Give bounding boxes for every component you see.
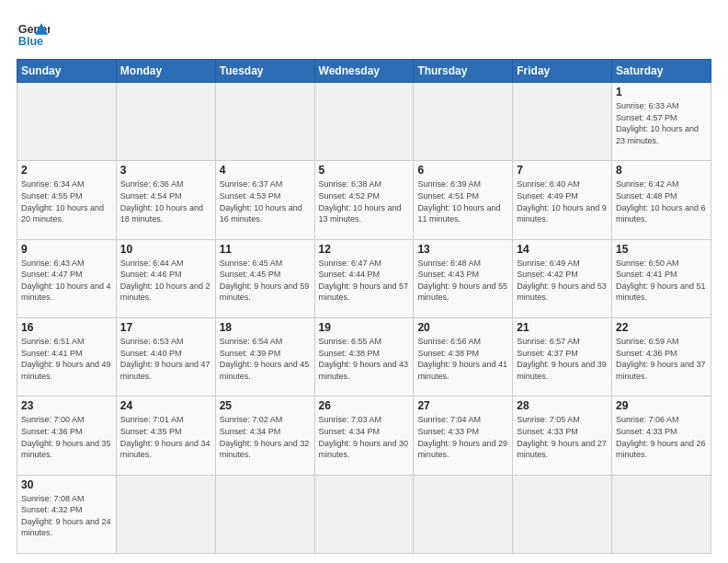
weekday-header-wednesday: Wednesday bbox=[314, 60, 414, 83]
day-number: 8 bbox=[616, 164, 707, 177]
calendar-cell: 22Sunrise: 6:59 AMSunset: 4:36 PMDayligh… bbox=[612, 317, 711, 396]
day-info: Sunrise: 6:48 AMSunset: 4:43 PMDaylight:… bbox=[417, 258, 508, 304]
calendar-cell bbox=[215, 83, 314, 161]
day-info: Sunrise: 6:51 AMSunset: 4:41 PMDaylight:… bbox=[21, 336, 112, 382]
day-number: 6 bbox=[417, 164, 508, 177]
calendar-cell: 15Sunrise: 6:50 AMSunset: 4:41 PMDayligh… bbox=[612, 239, 711, 317]
day-number: 29 bbox=[616, 399, 707, 412]
day-info: Sunrise: 6:39 AMSunset: 4:51 PMDaylight:… bbox=[417, 178, 508, 224]
day-number: 10 bbox=[120, 243, 211, 256]
week-row-6: 30Sunrise: 7:08 AMSunset: 4:32 PMDayligh… bbox=[17, 475, 711, 553]
day-number: 12 bbox=[319, 243, 410, 256]
week-row-1: 1Sunrise: 6:33 AMSunset: 4:57 PMDaylight… bbox=[17, 83, 711, 161]
calendar-cell: 10Sunrise: 6:44 AMSunset: 4:46 PMDayligh… bbox=[116, 239, 215, 317]
calendar-cell: 17Sunrise: 6:53 AMSunset: 4:40 PMDayligh… bbox=[116, 317, 215, 396]
calendar-cell: 28Sunrise: 7:05 AMSunset: 4:33 PMDayligh… bbox=[513, 396, 612, 475]
week-row-5: 23Sunrise: 7:00 AMSunset: 4:36 PMDayligh… bbox=[17, 396, 711, 475]
calendar-cell bbox=[314, 83, 414, 161]
day-number: 11 bbox=[220, 243, 311, 256]
day-number: 30 bbox=[21, 478, 112, 491]
calendar-cell: 18Sunrise: 6:54 AMSunset: 4:39 PMDayligh… bbox=[215, 317, 314, 396]
day-number: 1 bbox=[616, 86, 707, 98]
calendar-cell bbox=[314, 475, 414, 553]
calendar-cell: 13Sunrise: 6:48 AMSunset: 4:43 PMDayligh… bbox=[414, 239, 513, 317]
calendar-table: SundayMondayTuesdayWednesdayThursdayFrid… bbox=[17, 59, 711, 554]
day-info: Sunrise: 7:00 AMSunset: 4:36 PMDaylight:… bbox=[21, 414, 112, 460]
day-number: 13 bbox=[417, 243, 508, 256]
day-info: Sunrise: 6:37 AMSunset: 4:53 PMDaylight:… bbox=[220, 178, 311, 224]
day-number: 19 bbox=[319, 321, 410, 334]
calendar-cell: 3Sunrise: 6:36 AMSunset: 4:54 PMDaylight… bbox=[116, 161, 215, 239]
calendar-cell: 24Sunrise: 7:01 AMSunset: 4:35 PMDayligh… bbox=[116, 396, 215, 475]
day-number: 25 bbox=[220, 399, 311, 412]
day-number: 7 bbox=[517, 164, 608, 177]
day-info: Sunrise: 6:56 AMSunset: 4:38 PMDaylight:… bbox=[417, 336, 508, 382]
day-info: Sunrise: 6:34 AMSunset: 4:55 PMDaylight:… bbox=[21, 178, 112, 224]
day-info: Sunrise: 6:54 AMSunset: 4:39 PMDaylight:… bbox=[220, 336, 311, 382]
day-info: Sunrise: 6:53 AMSunset: 4:40 PMDaylight:… bbox=[120, 336, 211, 382]
day-info: Sunrise: 6:45 AMSunset: 4:45 PMDaylight:… bbox=[220, 258, 311, 304]
day-info: Sunrise: 7:08 AMSunset: 4:32 PMDaylight:… bbox=[21, 493, 112, 539]
calendar-cell: 8Sunrise: 6:42 AMSunset: 4:48 PMDaylight… bbox=[612, 161, 711, 239]
week-row-2: 2Sunrise: 6:34 AMSunset: 4:55 PMDaylight… bbox=[17, 161, 711, 239]
weekday-header-saturday: Saturday bbox=[612, 60, 711, 83]
day-info: Sunrise: 6:59 AMSunset: 4:36 PMDaylight:… bbox=[616, 336, 707, 382]
calendar-cell: 16Sunrise: 6:51 AMSunset: 4:41 PMDayligh… bbox=[17, 317, 117, 396]
week-row-3: 9Sunrise: 6:43 AMSunset: 4:47 PMDaylight… bbox=[17, 239, 711, 317]
day-info: Sunrise: 6:38 AMSunset: 4:52 PMDaylight:… bbox=[319, 178, 410, 224]
weekday-header-thursday: Thursday bbox=[414, 60, 513, 83]
day-info: Sunrise: 7:05 AMSunset: 4:33 PMDaylight:… bbox=[517, 414, 608, 460]
day-info: Sunrise: 6:49 AMSunset: 4:42 PMDaylight:… bbox=[517, 258, 608, 304]
calendar-cell bbox=[414, 475, 513, 553]
calendar-cell: 11Sunrise: 6:45 AMSunset: 4:45 PMDayligh… bbox=[215, 239, 314, 317]
day-info: Sunrise: 6:42 AMSunset: 4:48 PMDaylight:… bbox=[616, 178, 707, 224]
calendar-cell: 4Sunrise: 6:37 AMSunset: 4:53 PMDaylight… bbox=[215, 161, 314, 239]
day-info: Sunrise: 6:36 AMSunset: 4:54 PMDaylight:… bbox=[120, 178, 211, 224]
calendar-cell: 7Sunrise: 6:40 AMSunset: 4:49 PMDaylight… bbox=[513, 161, 612, 239]
day-number: 4 bbox=[220, 164, 311, 177]
day-number: 27 bbox=[417, 399, 508, 412]
weekday-header-monday: Monday bbox=[116, 60, 215, 83]
day-number: 21 bbox=[517, 321, 608, 334]
day-info: Sunrise: 6:43 AMSunset: 4:47 PMDaylight:… bbox=[21, 258, 112, 304]
weekday-header-friday: Friday bbox=[513, 60, 612, 83]
day-info: Sunrise: 7:06 AMSunset: 4:33 PMDaylight:… bbox=[616, 414, 707, 460]
day-info: Sunrise: 6:47 AMSunset: 4:44 PMDaylight:… bbox=[319, 258, 410, 304]
week-row-4: 16Sunrise: 6:51 AMSunset: 4:41 PMDayligh… bbox=[17, 317, 711, 396]
day-info: Sunrise: 6:44 AMSunset: 4:46 PMDaylight:… bbox=[120, 258, 211, 304]
day-number: 3 bbox=[120, 164, 211, 177]
calendar-cell: 30Sunrise: 7:08 AMSunset: 4:32 PMDayligh… bbox=[17, 475, 117, 553]
day-number: 17 bbox=[120, 321, 211, 334]
day-info: Sunrise: 6:40 AMSunset: 4:49 PMDaylight:… bbox=[517, 178, 608, 224]
logo: General Blue bbox=[17, 17, 50, 50]
calendar-cell: 9Sunrise: 6:43 AMSunset: 4:47 PMDaylight… bbox=[17, 239, 117, 317]
calendar-cell bbox=[612, 475, 711, 553]
day-info: Sunrise: 7:04 AMSunset: 4:33 PMDaylight:… bbox=[417, 414, 508, 460]
calendar-cell: 27Sunrise: 7:04 AMSunset: 4:33 PMDayligh… bbox=[414, 396, 513, 475]
calendar-cell: 26Sunrise: 7:03 AMSunset: 4:34 PMDayligh… bbox=[314, 396, 414, 475]
day-number: 26 bbox=[319, 399, 410, 412]
weekday-header-row: SundayMondayTuesdayWednesdayThursdayFrid… bbox=[17, 60, 711, 83]
calendar-cell bbox=[116, 475, 215, 553]
day-number: 16 bbox=[21, 321, 112, 334]
day-number: 9 bbox=[21, 243, 112, 256]
day-number: 2 bbox=[21, 164, 112, 177]
day-number: 5 bbox=[319, 164, 410, 177]
calendar-cell: 20Sunrise: 6:56 AMSunset: 4:38 PMDayligh… bbox=[414, 317, 513, 396]
calendar-cell: 25Sunrise: 7:02 AMSunset: 4:34 PMDayligh… bbox=[215, 396, 314, 475]
calendar-cell bbox=[116, 83, 215, 161]
calendar-cell: 29Sunrise: 7:06 AMSunset: 4:33 PMDayligh… bbox=[612, 396, 711, 475]
day-info: Sunrise: 6:57 AMSunset: 4:37 PMDaylight:… bbox=[517, 336, 608, 382]
svg-text:Blue: Blue bbox=[18, 35, 43, 48]
day-info: Sunrise: 6:33 AMSunset: 4:57 PMDaylight:… bbox=[616, 100, 707, 146]
calendar-cell bbox=[17, 83, 117, 161]
weekday-header-sunday: Sunday bbox=[17, 60, 117, 83]
calendar-cell bbox=[513, 475, 612, 553]
weekday-header-tuesday: Tuesday bbox=[215, 60, 314, 83]
calendar-cell bbox=[414, 83, 513, 161]
day-number: 23 bbox=[21, 399, 112, 412]
header: General Blue bbox=[17, 17, 711, 50]
calendar-cell: 12Sunrise: 6:47 AMSunset: 4:44 PMDayligh… bbox=[314, 239, 414, 317]
day-number: 24 bbox=[120, 399, 211, 412]
day-number: 22 bbox=[616, 321, 707, 334]
